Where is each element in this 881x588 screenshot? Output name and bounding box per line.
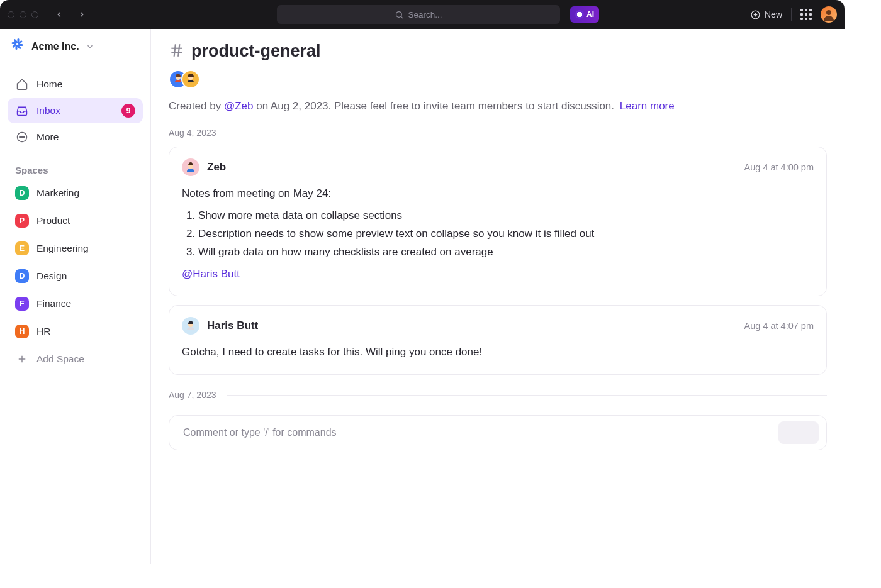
message-card[interactable]: Zeb Aug 4 at 4:00 pm Notes from meeting … (169, 147, 827, 296)
spaces-section-label: Spaces (0, 153, 150, 180)
channel-description: Created by @Zeb on Aug 2, 2023. Please f… (169, 100, 827, 113)
message-text: Gotcha, I need to create tasks for this.… (182, 343, 814, 362)
svg-point-7 (20, 136, 21, 138)
author-avatar (182, 158, 199, 176)
author-name: Zeb (207, 161, 226, 174)
date-label: Aug 7, 2023 (169, 390, 216, 400)
nav-label: More (36, 131, 59, 143)
inbox-icon (15, 104, 29, 118)
svg-point-5 (826, 10, 831, 15)
new-button[interactable]: New (750, 9, 782, 20)
space-name: Product (36, 215, 70, 226)
space-icon: F (15, 297, 29, 311)
nav-back-button[interactable] (50, 6, 68, 23)
message-list-item: Show more meta data on collapse sections (198, 207, 814, 225)
ai-icon (575, 10, 584, 19)
search-input[interactable]: Search... (277, 5, 560, 24)
message-list-item: Description needs to show some preview t… (198, 225, 814, 243)
svg-line-14 (174, 44, 176, 57)
workspace-switcher[interactable]: Acme Inc. (0, 29, 150, 64)
workspace-logo-icon (11, 40, 25, 53)
space-name: Finance (36, 298, 71, 309)
ai-button[interactable]: AI (570, 6, 599, 23)
space-name: Marketing (36, 187, 79, 199)
space-name: Engineering (36, 243, 89, 254)
space-item-design[interactable]: DDesign (8, 263, 143, 289)
nav-label: Home (36, 79, 62, 90)
message-time: Aug 4 at 4:07 pm (744, 321, 814, 331)
hash-icon (169, 42, 185, 61)
nav-home[interactable]: Home (8, 72, 143, 97)
space-icon: H (15, 325, 29, 338)
separator (791, 8, 792, 21)
window-controls (8, 11, 45, 18)
author-name: Haris Butt (207, 319, 258, 332)
send-button[interactable] (778, 421, 819, 444)
svg-line-15 (178, 44, 179, 57)
member-avatar (181, 70, 200, 89)
add-space-label: Add Space (36, 353, 84, 365)
message-time: Aug 4 at 4:00 pm (744, 162, 814, 172)
channel-title: product-general (191, 42, 321, 61)
close-window[interactable] (8, 11, 14, 18)
minimize-window[interactable] (20, 11, 26, 18)
nav-more[interactable]: More (8, 125, 143, 150)
space-item-finance[interactable]: FFinance (8, 291, 143, 316)
nav-label: Inbox (36, 105, 60, 116)
svg-point-0 (396, 11, 402, 17)
new-label: New (765, 9, 782, 19)
user-mention[interactable]: @Haris Butt (182, 265, 814, 284)
main-content: product-general Created by @Zeb on Aug 2… (151, 29, 845, 564)
space-name: HR (36, 326, 50, 337)
app-grid-button[interactable] (800, 9, 812, 20)
composer-input[interactable] (183, 427, 771, 438)
plus-icon (15, 352, 29, 366)
inbox-badge: 9 (121, 104, 135, 118)
space-item-product[interactable]: PProduct (8, 208, 143, 233)
workspace-name: Acme Inc. (31, 41, 79, 52)
space-item-hr[interactable]: HHR (8, 319, 143, 344)
composer[interactable] (169, 415, 827, 450)
svg-point-8 (21, 136, 23, 138)
message-list-item: Will grab data on how many checklists ar… (198, 243, 814, 262)
add-space-button[interactable]: Add Space (8, 347, 143, 372)
space-icon: P (15, 214, 29, 228)
nav-inbox[interactable]: Inbox 9 (8, 98, 143, 123)
user-avatar[interactable] (821, 6, 837, 23)
search-placeholder: Search... (408, 10, 442, 19)
titlebar: Search... AI New (0, 0, 845, 29)
creator-mention[interactable]: @Zeb (224, 100, 254, 112)
space-icon: D (15, 186, 29, 200)
maximize-window[interactable] (31, 11, 38, 18)
sidebar: Acme Inc. Home Inbox 9 (0, 29, 151, 564)
home-icon (15, 77, 29, 91)
message-text: Notes from meeting on May 24: (182, 185, 814, 203)
plus-circle-icon (750, 9, 761, 20)
space-name: Design (36, 270, 67, 282)
space-item-engineering[interactable]: EEngineering (8, 236, 143, 261)
chevron-down-icon (86, 42, 94, 51)
learn-more-link[interactable]: Learn more (620, 100, 675, 112)
date-divider: Aug 7, 2023 (169, 390, 827, 400)
date-label: Aug 4, 2023 (169, 128, 216, 138)
message-card[interactable]: Haris Butt Aug 4 at 4:07 pm Gotcha, I ne… (169, 305, 827, 375)
date-divider: Aug 4, 2023 (169, 128, 827, 138)
nav-forward-button[interactable] (73, 6, 91, 23)
ai-label: AI (586, 10, 594, 19)
more-icon (15, 130, 29, 144)
author-avatar (182, 317, 199, 335)
svg-line-1 (401, 16, 403, 18)
space-icon: D (15, 269, 29, 283)
svg-point-9 (24, 136, 25, 138)
space-icon: E (15, 241, 29, 255)
channel-members[interactable] (169, 70, 827, 89)
search-icon (395, 10, 404, 19)
space-item-marketing[interactable]: DMarketing (8, 180, 143, 206)
